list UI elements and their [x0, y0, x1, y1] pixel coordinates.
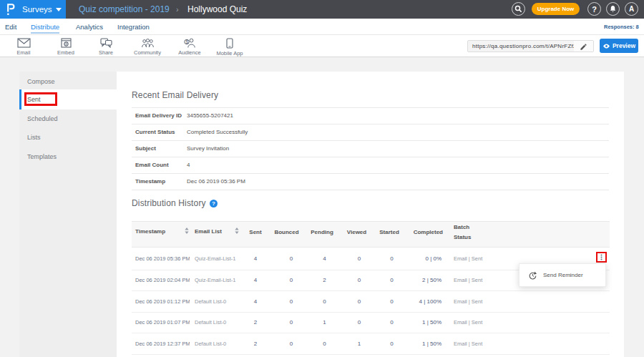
svg-text:$: $ — [185, 39, 188, 44]
